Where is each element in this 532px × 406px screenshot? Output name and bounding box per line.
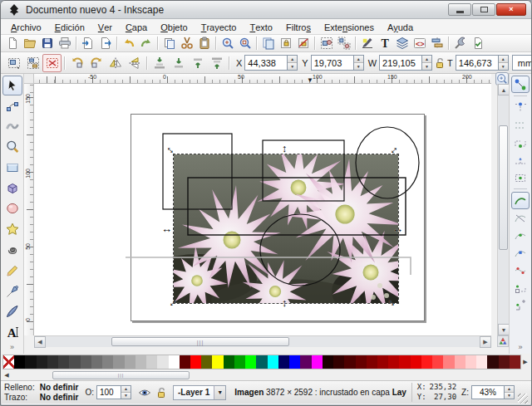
palette-swatch[interactable] [224, 355, 234, 369]
palette-swatch[interactable] [190, 355, 201, 369]
palette-swatch[interactable] [432, 355, 443, 369]
palette-swatch[interactable] [201, 355, 212, 369]
palette-swatch[interactable] [268, 355, 278, 369]
palette-swatch[interactable] [367, 355, 377, 369]
palette-swatch[interactable] [510, 355, 520, 369]
palette-swatch[interactable] [399, 355, 410, 369]
width-input[interactable] [379, 55, 422, 71]
palette-swatch[interactable] [289, 355, 300, 369]
raise-button[interactable] [188, 54, 207, 72]
height-spinner[interactable]: ▲▼ [499, 55, 509, 71]
flip-vertical-button[interactable] [125, 54, 144, 72]
palette-swatch[interactable] [47, 355, 58, 369]
tool-3dbox[interactable] [2, 179, 22, 198]
snap-bbox-edges-button[interactable] [511, 116, 530, 134]
open-button[interactable] [21, 36, 38, 51]
deselect-button[interactable] [42, 54, 62, 72]
layer-select[interactable]: -Layer 1 ▼ [173, 385, 226, 400]
import-button[interactable] [79, 36, 96, 51]
fill-stroke-indicator[interactable]: Relleno: No definir Trazo: No definir [4, 383, 78, 402]
clone-button[interactable] [277, 36, 294, 51]
menu-trayecto[interactable]: Trayecto [195, 19, 244, 34]
text-dialog-button[interactable]: T [376, 36, 393, 51]
palette-swatch[interactable] [499, 355, 510, 369]
opacity-input[interactable] [96, 385, 121, 399]
palette-scrollbar[interactable]: ◀ ||| [1, 370, 531, 380]
tool-bezier[interactable] [2, 281, 22, 301]
vertical-scrollbar[interactable]: ▲ ▼ [497, 84, 509, 335]
snap-bbox-edge-midpoints-button[interactable] [511, 151, 530, 169]
copy-button[interactable] [160, 36, 178, 51]
duplicate-button[interactable] [259, 36, 277, 51]
cut-button[interactable] [178, 36, 195, 51]
y-input[interactable] [311, 55, 354, 71]
scroll-right-icon[interactable]: ▶ [480, 336, 491, 348]
snap-bbox-corners-button[interactable] [511, 134, 530, 151]
undo-button[interactable] [120, 36, 137, 51]
snap-nodes-button[interactable] [511, 192, 530, 209]
scale-handle-middle-left[interactable]: ↔ [161, 223, 172, 234]
lower-to-bottom-button[interactable] [150, 54, 169, 72]
menu-edicion[interactable]: Edición [48, 19, 91, 34]
color-management-button[interactable] [497, 335, 509, 347]
menu-filtros[interactable]: Filtros [279, 19, 318, 34]
print-button[interactable] [56, 36, 73, 51]
palette-swatch[interactable] [278, 355, 289, 369]
zoom-spinner[interactable]: ▲▼ [505, 385, 515, 399]
palette-swatch[interactable] [113, 355, 124, 369]
snap-cusp-nodes-button[interactable] [511, 244, 530, 262]
palette-swatch[interactable] [256, 355, 267, 369]
scroll-left-icon[interactable]: ◀ [34, 336, 46, 348]
zoom-page-button[interactable] [236, 36, 254, 51]
palette-swatch[interactable] [69, 355, 80, 369]
preferences-button[interactable] [451, 36, 469, 51]
tool-ellipse[interactable] [2, 199, 22, 219]
maximize-button[interactable] [472, 3, 495, 16]
menu-objeto[interactable]: Objeto [154, 19, 194, 34]
scale-handle-middle-right[interactable]: ↔ [392, 223, 403, 234]
palette-swatch[interactable] [81, 355, 91, 369]
snap-bbox-centers-button[interactable] [511, 169, 530, 186]
palette-scroll-right-icon[interactable]: ▶ [521, 355, 530, 369]
horizontal-ruler[interactable]: -50050100150200250▼ [34, 74, 491, 84]
palette-swatch[interactable] [421, 355, 432, 369]
snap-toolbar-overflow-button[interactable]: » [518, 343, 522, 354]
palette-swatch[interactable] [466, 355, 476, 369]
vertical-scroll-thumb[interactable] [499, 125, 508, 250]
scroll-down-icon[interactable]: ▼ [498, 324, 510, 335]
palette-swatch[interactable] [102, 355, 113, 369]
palette-scroll-thumb[interactable]: ||| [52, 371, 190, 379]
layer-visibility-button[interactable] [137, 385, 152, 400]
tool-rectangle[interactable] [2, 158, 22, 178]
opacity-spinner[interactable]: ▲▼ [121, 385, 131, 399]
palette-swatch[interactable] [443, 355, 454, 369]
layers-dialog-button[interactable] [393, 36, 411, 51]
zoom-drawing-button[interactable] [219, 36, 236, 51]
palette-swatch[interactable] [388, 355, 399, 369]
xml-editor-button[interactable]: <> [411, 36, 428, 51]
menu-texto[interactable]: Texto [243, 19, 279, 34]
tool-pencil[interactable] [2, 261, 22, 281]
rotate-ccw-button[interactable] [67, 54, 86, 72]
palette-swatch[interactable] [157, 355, 168, 369]
snap-paths-button[interactable] [511, 209, 530, 227]
tool-selector[interactable] [2, 76, 22, 95]
title-bar[interactable]: Documento nuevo 4 - Inkscape × [1, 1, 531, 19]
palette-swatch[interactable] [245, 355, 256, 369]
unit-select[interactable]: mm ▼ [512, 55, 532, 71]
selected-image-object[interactable] [174, 154, 398, 303]
menu-archivo[interactable]: Archivo [4, 19, 48, 34]
snap-smooth-nodes-button[interactable] [511, 262, 530, 279]
palette-swatch[interactable] [312, 355, 323, 369]
horizontal-scroll-thumb[interactable]: ||| [111, 337, 289, 346]
palette-swatch[interactable] [300, 355, 311, 369]
lock-ratio-button[interactable] [433, 56, 446, 71]
palette-swatch-none[interactable] [3, 355, 14, 369]
lower-button[interactable] [169, 54, 188, 72]
menu-extensiones[interactable]: Extensiones [318, 19, 381, 34]
palette-swatch[interactable] [323, 355, 333, 369]
y-spinner[interactable]: ▲▼ [354, 55, 364, 71]
palette-swatch[interactable] [212, 355, 223, 369]
resize-grip[interactable] [518, 394, 528, 404]
palette-swatch[interactable] [455, 355, 466, 369]
